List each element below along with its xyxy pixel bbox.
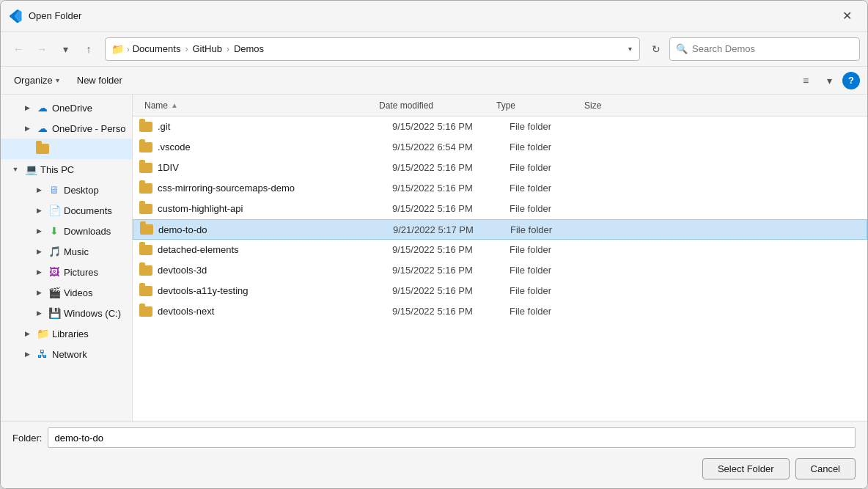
select-folder-button[interactable]: Select Folder [702, 458, 790, 479]
col-header-date[interactable]: Date modified [373, 100, 490, 111]
file-row[interactable]: .vscode 9/15/2022 6:54 PM File folder [133, 137, 867, 158]
expand-arrow-videos: ▶ [33, 287, 45, 298]
organize-chevron: ▾ [56, 76, 59, 84]
windows-c-icon: 💾 [48, 306, 61, 320]
file-row[interactable]: css-mirroring-sourcemaps-demo 9/15/2022 … [133, 178, 867, 199]
file-date: 9/15/2022 5:16 PM [392, 265, 510, 276]
folder-icon [139, 202, 153, 216]
sidebar-item-pictures[interactable]: ▶ 🖼 Pictures [1, 262, 132, 282]
onedrive-icon: ☁ [36, 101, 49, 114]
dropdown-button[interactable]: ▾ [55, 39, 76, 59]
sidebar-item-videos[interactable]: ▶ 🎬 Videos [1, 282, 132, 303]
sidebar-item-onedrive-personal[interactable]: ▶ ☁ OneDrive - Perso [1, 118, 132, 139]
col-header-size[interactable]: Size [578, 100, 637, 111]
folder-icon-selected [139, 222, 154, 237]
sidebar-item-windows-c[interactable]: ▶ 💾 Windows (C:) [1, 303, 132, 323]
folder-icon [139, 140, 153, 155]
desktop-icon: 🖥 [48, 183, 61, 196]
col-header-type[interactable]: Type [490, 100, 578, 111]
title-bar: Open Folder ✕ [1, 1, 867, 32]
forward-button[interactable]: → [32, 39, 52, 59]
sidebar-label-windows-c: Windows (C:) [64, 308, 121, 319]
address-bar[interactable]: 📁 › Documents › GitHub › Demos ▾ [105, 37, 640, 61]
new-folder-button[interactable]: New folder [71, 72, 128, 89]
pictures-icon: 🖼 [48, 265, 61, 279]
expand-arrow-libraries: ▶ [21, 328, 33, 339]
up-button[interactable]: ↑ [78, 39, 99, 59]
address-sep-2: › [227, 44, 229, 54]
file-row[interactable]: custom-highlight-api 9/15/2022 5:16 PM F… [133, 199, 867, 219]
file-date: 9/15/2022 5:16 PM [392, 203, 510, 214]
videos-icon: 🎬 [48, 286, 61, 299]
sidebar-item-music[interactable]: ▶ 🎵 Music [1, 241, 132, 262]
expand-arrow-downloads: ▶ [33, 225, 45, 237]
file-type: File folder [510, 306, 597, 317]
folder-icon [139, 120, 153, 134]
address-folder-icon: 📁 [111, 43, 124, 55]
file-row[interactable]: .git 9/15/2022 5:16 PM File folder [133, 117, 867, 137]
expand-arrow-documents: ▶ [33, 205, 45, 216]
cancel-button[interactable]: Cancel [795, 458, 856, 479]
sidebar-label-libraries: Libraries [52, 328, 89, 339]
folder-input[interactable] [48, 427, 856, 448]
file-row[interactable]: devtools-a11y-testing 9/15/2022 5:16 PM … [133, 281, 867, 301]
file-name: custom-highlight-api [158, 203, 392, 214]
file-list-container: Name ▲ Date modified Type Size .git [133, 95, 867, 421]
file-type: File folder [510, 121, 597, 132]
sidebar-label-downloads: Downloads [64, 226, 111, 237]
address-sep-1: › [185, 44, 188, 54]
expand-arrow-desktop: ▶ [33, 184, 45, 196]
address-crumb-documents[interactable]: Documents [133, 43, 181, 54]
address-crumb-github[interactable]: GitHub [192, 43, 221, 54]
new-folder-label: New folder [77, 75, 122, 86]
folder-icon [139, 304, 153, 319]
file-name: detached-elements [158, 244, 392, 255]
address-chevron: › [127, 45, 130, 54]
refresh-button[interactable]: ↻ [646, 39, 666, 59]
file-name-selected: demo-to-do [158, 224, 393, 235]
file-row[interactable]: devtools-3d 9/15/2022 5:16 PM File folde… [133, 260, 867, 281]
sidebar-label-pictures: Pictures [64, 267, 98, 278]
sidebar-label-videos: Videos [64, 287, 93, 298]
search-input[interactable] [692, 43, 853, 54]
col-header-name[interactable]: Name ▲ [139, 100, 373, 111]
file-date: 9/15/2022 5:16 PM [392, 244, 510, 255]
sidebar-label-this-pc: This PC [40, 164, 74, 175]
file-row[interactable]: 1DIV 9/15/2022 5:16 PM File folder [133, 158, 867, 178]
view-dropdown-button[interactable]: ▾ [819, 70, 839, 91]
sidebar-item-libraries[interactable]: ▶ 📁 Libraries [1, 323, 132, 344]
network-icon: 🖧 [36, 348, 49, 361]
music-icon: 🎵 [48, 245, 61, 258]
file-row[interactable]: devtools-next 9/15/2022 5:16 PM File fol… [133, 301, 867, 322]
organize-button[interactable]: Organize ▾ [8, 72, 65, 89]
back-button[interactable]: ← [8, 39, 29, 59]
sidebar: ▶ ☁ OneDrive ▶ ☁ OneDrive - Perso ▶ ▼ [1, 95, 133, 421]
file-date: 9/15/2022 5:16 PM [392, 162, 510, 173]
help-button[interactable]: ? [842, 72, 860, 89]
file-date: 9/15/2022 5:16 PM [392, 121, 510, 132]
sidebar-item-onedrive[interactable]: ▶ ☁ OneDrive [1, 98, 132, 118]
sidebar-item-active-folder[interactable]: ▶ [1, 139, 132, 159]
sidebar-label-music: Music [64, 246, 89, 257]
folder-icon [139, 263, 153, 278]
this-pc-icon: 💻 [24, 163, 37, 176]
sidebar-item-this-pc[interactable]: ▼ 💻 This PC [1, 159, 132, 180]
sidebar-item-documents[interactable]: ▶ 📄 Documents [1, 200, 132, 221]
sidebar-label-onedrive: OneDrive [52, 103, 92, 114]
view-options-button[interactable]: ≡ [795, 70, 816, 91]
folder-input-row: Folder: [1, 422, 867, 454]
close-button[interactable]: ✕ [835, 4, 858, 28]
active-folder-icon [36, 142, 49, 155]
address-dropdown-arrow[interactable]: ▾ [627, 43, 633, 54]
sidebar-item-desktop[interactable]: ▶ 🖥 Desktop [1, 180, 132, 200]
file-name: .vscode [158, 141, 392, 152]
file-name: devtools-3d [158, 265, 392, 276]
expand-arrow-onedrive: ▶ [21, 102, 33, 114]
address-crumb-demos[interactable]: Demos [234, 43, 264, 54]
file-row[interactable]: detached-elements 9/15/2022 5:16 PM File… [133, 240, 867, 260]
button-row: Select Folder Cancel [1, 454, 867, 488]
folder-icon [139, 161, 153, 175]
sidebar-item-downloads[interactable]: ▶ ⬇ Downloads [1, 221, 132, 241]
sidebar-item-network[interactable]: ▶ 🖧 Network [1, 344, 132, 364]
file-row-selected[interactable]: demo-to-do 9/21/2022 5:17 PM File folder [133, 219, 867, 240]
